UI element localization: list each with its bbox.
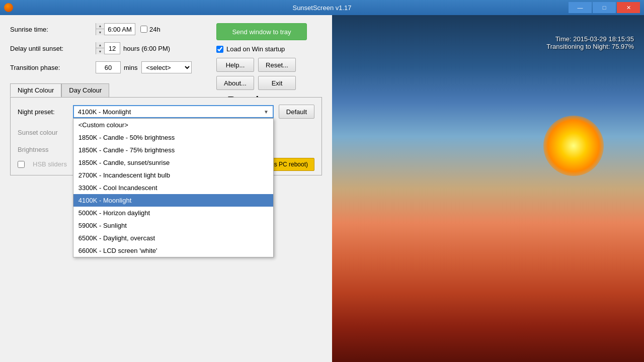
dropdown-arrow-icon: ▼ bbox=[264, 109, 269, 115]
24h-row: 24h bbox=[140, 26, 160, 33]
titlebar: SunsetScreen v1.17 — □ ✕ bbox=[0, 0, 644, 15]
app-icon bbox=[4, 3, 13, 12]
delay-spinner: ▲ ▼ 12 bbox=[96, 42, 120, 54]
window-controls: — □ ✕ bbox=[569, 2, 640, 13]
delay-label: Delay until sunset: bbox=[10, 45, 96, 52]
dropdown-item-5000[interactable]: 5000K - Horizon daylight bbox=[73, 207, 273, 219]
exit-button[interactable]: Exit bbox=[258, 76, 296, 90]
sunrise-arrows: ▲ ▼ bbox=[96, 23, 105, 35]
sunrise-value[interactable]: 6:00 AM bbox=[105, 26, 135, 33]
tab-content: Night preset: 4100K - Moonlight ▼ <Custo… bbox=[10, 97, 322, 175]
hsb-checkbox[interactable] bbox=[18, 161, 25, 168]
transition-unit: mins bbox=[124, 64, 137, 71]
preset-row: Night preset: 4100K - Moonlight ▼ <Custo… bbox=[18, 105, 314, 119]
delay-arrows: ▲ ▼ bbox=[96, 42, 105, 54]
dropdown-item-4100[interactable]: 4100K - Moonlight bbox=[73, 194, 273, 207]
transition-input[interactable]: 60 bbox=[96, 61, 121, 73]
main-content: Sunrise time: ▲ ▼ 6:00 AM 24h Delay unti… bbox=[0, 15, 644, 362]
preset-selected-text: 4100K - Moonlight bbox=[78, 108, 131, 116]
transition-label: Transition phase: bbox=[10, 64, 96, 71]
dropdown-item-1850-75[interactable]: 1850K - Candle - 75% brightness bbox=[73, 144, 273, 156]
help-button[interactable]: Help... bbox=[216, 58, 254, 72]
close-button[interactable]: ✕ bbox=[617, 2, 640, 13]
dropdown-item-custom[interactable]: <Custom colour> bbox=[73, 119, 273, 131]
dropdown-item-6500[interactable]: 6500K - Daylight, overcast bbox=[73, 232, 273, 244]
transition-display: Transitioning to Night: 75.97% bbox=[546, 43, 634, 50]
left-panel: Sunrise time: ▲ ▼ 6:00 AM 24h Delay unti… bbox=[0, 15, 332, 362]
preset-dropdown-selected[interactable]: 4100K - Moonlight ▼ bbox=[73, 105, 274, 118]
minimize-button[interactable]: — bbox=[569, 2, 592, 13]
about-button[interactable]: About... bbox=[216, 76, 254, 90]
status-text: Time: 2015-03-29 18:15:35 Transitioning … bbox=[546, 35, 634, 50]
load-startup-row: Load on Win startup bbox=[216, 45, 327, 53]
sunset-colour-label: Sunset colour bbox=[18, 129, 73, 136]
sunrise-label: Sunrise time: bbox=[10, 26, 96, 33]
brightness-label: Brightness bbox=[18, 146, 73, 153]
delay-up-arrow[interactable]: ▲ bbox=[96, 42, 104, 48]
load-startup-checkbox[interactable] bbox=[216, 46, 223, 53]
window-title: SunsetScreen v1.17 bbox=[292, 4, 351, 12]
sunrise-spinner: ▲ ▼ 6:00 AM bbox=[96, 23, 135, 35]
hsb-label: HSB sliders bbox=[33, 160, 67, 168]
tab-night-colour[interactable]: Night Colour bbox=[10, 83, 61, 97]
24h-checkbox[interactable] bbox=[140, 26, 147, 33]
reset-button[interactable]: Reset... bbox=[258, 58, 296, 72]
preset-label: Night preset: bbox=[18, 108, 68, 116]
dropdown-item-2700[interactable]: 2700K - Incandescent light bulb bbox=[73, 169, 273, 182]
preset-dropdown-list: <Custom colour> 1850K - Candle - 50% bri… bbox=[73, 118, 274, 257]
tab-day-colour[interactable]: Day Colour bbox=[61, 83, 109, 97]
dropdown-item-1850-50[interactable]: 1850K - Candle - 50% brightness bbox=[73, 131, 273, 144]
sun-glow bbox=[543, 116, 604, 176]
right-panel: Time: 2015-03-29 18:15:35 Transitioning … bbox=[332, 15, 644, 362]
send-to-tray-button[interactable]: Send window to tray bbox=[216, 23, 307, 40]
sunrise-down-arrow[interactable]: ▼ bbox=[96, 29, 104, 35]
delay-value[interactable]: 12 bbox=[105, 45, 120, 52]
sunrise-up-arrow[interactable]: ▲ bbox=[96, 23, 104, 29]
default-button[interactable]: Default bbox=[279, 105, 314, 119]
delay-down-arrow[interactable]: ▼ bbox=[96, 48, 104, 54]
maximize-button[interactable]: □ bbox=[593, 2, 616, 13]
help-reset-row: Help... Reset... bbox=[216, 58, 327, 72]
load-startup-label: Load on Win startup bbox=[226, 45, 285, 53]
phase-select[interactable]: <select> bbox=[141, 61, 192, 73]
about-exit-row: About... Exit bbox=[216, 76, 327, 90]
dropdown-item-6600[interactable]: 6600K - LCD screen 'white' bbox=[73, 244, 273, 257]
dropdown-item-3300[interactable]: 3300K - Cool Incandescent bbox=[73, 182, 273, 194]
time-display: Time: 2015-03-29 18:15:35 bbox=[546, 35, 634, 43]
24h-label: 24h bbox=[149, 26, 160, 33]
preset-dropdown-container: 4100K - Moonlight ▼ <Custom colour> 1850… bbox=[73, 105, 274, 118]
dropdown-item-5900[interactable]: 5900K - Sunlight bbox=[73, 219, 273, 232]
dropdown-item-1850-sunset[interactable]: 1850K - Candle, sunset/sunrise bbox=[73, 156, 273, 169]
delay-unit: hours (6:00 PM) bbox=[123, 45, 170, 52]
right-controls: Send window to tray Load on Win startup … bbox=[216, 23, 327, 107]
